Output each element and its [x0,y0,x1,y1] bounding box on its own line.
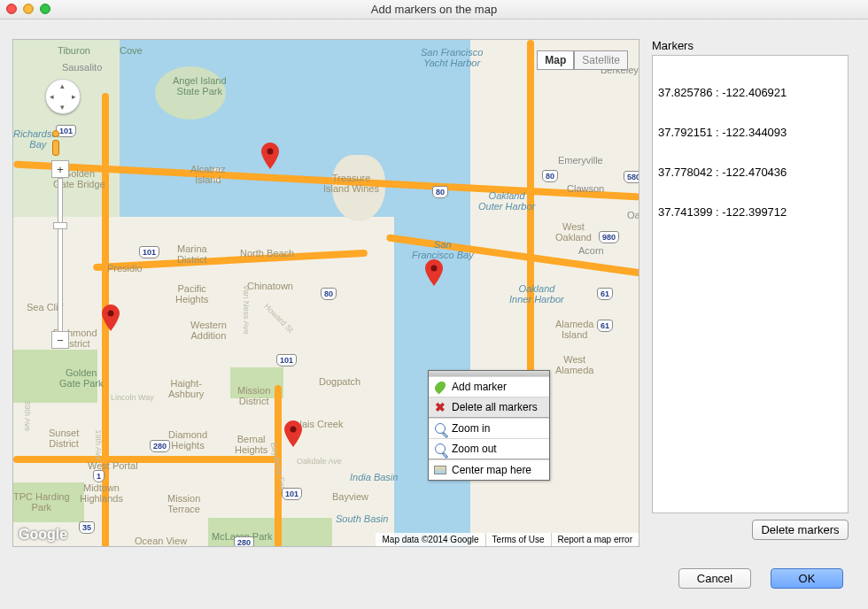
map-label: Midtown Highlands [80,482,123,504]
pan-wheel[interactable]: ▴ ▾ ◂ ▸ [45,79,81,114]
chevron-up-icon[interactable]: ▴ [60,81,65,90]
map-label: Emeryville [558,155,603,166]
marker-list-item[interactable]: 37.792151 : -122.344093 [658,126,842,139]
zoom-out-icon [434,443,446,455]
map-label: Lincoln Way [111,394,154,403]
map-label: Pacific Heights [175,283,208,304]
zoom-slider[interactable] [58,178,63,337]
map-label: Bayview [332,491,368,502]
route-shield: 980 [599,231,619,243]
markers-panel-title: Markers [652,39,694,52]
attribution-report[interactable]: Report a map error [551,533,639,546]
map-label: Chinatown [247,281,293,291]
map-label: Oakdale Ave [297,458,342,466]
marker-list-item[interactable]: 37.741399 : -122.399712 [658,205,842,219]
center-map-icon [434,464,446,476]
route-shield: 101 [276,354,297,366]
map-label: TPC Harding Park [13,491,70,513]
map-label: Oakland Inner Harbor [509,283,564,304]
map-label: San Francisco Bay [412,239,474,260]
map-label: Haight- Ashbury [168,378,204,399]
map-attribution: Map data ©2014 Google Terms of Use Repor… [376,533,639,546]
map-label: Van Ness Ave [241,285,250,335]
delete-markers-button[interactable]: Delete markers [752,520,849,540]
marker-list-item[interactable]: 37.825786 : -122.406921 [658,86,842,99]
menu-item-zoom-in[interactable]: Zoom in [429,418,549,438]
attribution-terms[interactable]: Terms of Use [485,533,551,546]
map-label: North Beach [240,248,294,258]
map-label: Acorn [578,245,604,256]
zoom-in-icon [434,422,446,435]
close-icon[interactable] [6,4,17,14]
menu-item-add-marker[interactable]: Add marker [429,376,549,397]
route-shield: 1 [93,470,105,482]
map-label: Cove [120,45,143,56]
menu-item-delete-all[interactable]: ✖ Delete all markers [429,397,549,417]
map-label: Diamond Heights [168,429,207,451]
menu-item-center[interactable]: Center map here [429,459,549,480]
map-marker-icon[interactable] [261,143,279,169]
menu-item-label: Center map here [452,464,531,476]
map-type-satellite[interactable]: Satellite [574,50,628,70]
zoom-window-icon[interactable] [40,4,50,14]
window-title: Add markers on the map [0,3,868,16]
map-label: 19th Ave [93,430,102,461]
title-bar: Add markers on the map [0,0,868,19]
route-shield: 61 [597,288,613,300]
map-label: Dogpatch [319,376,360,387]
map-marker-icon[interactable] [425,259,443,286]
attribution-data: Map data ©2014 Google [376,533,484,546]
svg-point-3 [291,427,297,433]
pegman-icon[interactable] [48,130,64,155]
map-label: Sausalito [62,62,102,73]
route-shield: 80 [432,186,448,198]
map-label: South Basin [336,513,388,524]
map-label: West Oakland [555,221,592,243]
zoom-slider-thumb[interactable] [53,222,67,229]
route-shield: 580 [624,171,639,183]
map-label: Bernal Heights [235,434,267,455]
road [13,456,279,463]
map-label: Mission Terrace [167,493,200,514]
svg-point-2 [108,311,114,317]
add-marker-icon [434,381,446,393]
map-marker-icon[interactable] [284,420,302,447]
map-canvas[interactable]: Angel Island State Park Tiburon Sausalit… [12,39,639,547]
map-label: India Basin [350,472,398,482]
map-label: Angel Island State Park [173,75,227,96]
google-logo: Google [19,527,67,543]
map-label: Ocean View [135,536,187,546]
route-shield: 280 [150,440,170,452]
map-label: West Alameda [555,354,593,375]
zoom-out-button[interactable]: − [51,331,69,349]
map-label: San Francisco Yacht Harbor [421,47,483,68]
map-label: Treasure Island Wines [323,173,379,194]
delete-icon: ✖ [434,401,446,413]
zoom-in-button[interactable]: + [51,160,69,178]
markers-list[interactable]: 37.825786 : -122.406921 37.792151 : -122… [652,55,849,513]
map-label: Alcatraz Island [190,164,226,185]
chevron-down-icon[interactable]: ▾ [60,103,65,112]
minimize-icon[interactable] [23,4,34,14]
map-marker-icon[interactable] [102,304,120,331]
cancel-button[interactable]: Cancel [678,568,751,589]
menu-item-label: Add marker [452,381,507,393]
route-shield: 61 [597,320,613,332]
map-label: Western Addition [190,320,227,341]
map-label: Clawson [567,183,604,194]
map-label: Tiburon [58,45,90,56]
menu-item-zoom-out[interactable]: Zoom out [429,438,549,459]
map-type-map[interactable]: Map [537,50,574,70]
map-label: Golden Gate Park [59,367,104,389]
ok-button[interactable]: OK [771,568,843,589]
route-shield: 101 [139,246,159,258]
marker-list-item[interactable]: 37.778042 : -122.470436 [658,166,842,179]
route-shield: 280 [234,536,254,547]
route-shield: 101 [282,488,302,500]
map-label: Oakland [627,210,639,220]
chevron-right-icon[interactable]: ▸ [72,92,76,101]
map-label: Presidio [107,263,143,274]
map-label: Marina District [177,243,207,265]
svg-point-0 [267,149,274,155]
chevron-left-icon[interactable]: ◂ [50,92,54,101]
